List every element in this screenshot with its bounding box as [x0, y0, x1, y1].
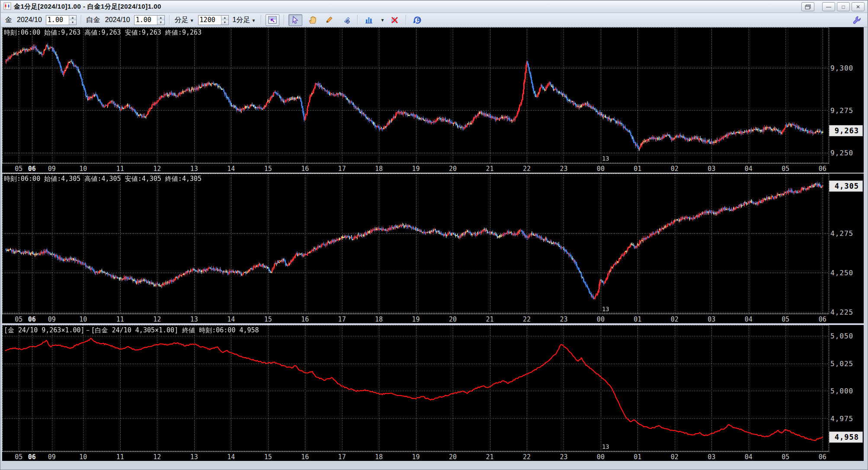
x-axis-label: 12: [150, 453, 164, 461]
x-axis-label: 21: [483, 165, 497, 173]
x-axis-label: 19: [409, 165, 423, 173]
maximize-button[interactable]: □: [837, 2, 850, 11]
y-axis-label: 5,000: [830, 387, 853, 395]
x-axis-label: 06: [25, 165, 39, 173]
x-axis-label: 23: [556, 165, 571, 173]
toolbar-separator: [261, 15, 261, 25]
x-axis-label: 15: [261, 453, 275, 461]
x-axis-label: 05: [778, 453, 793, 461]
x-axis-label: 20: [445, 453, 460, 461]
x-axis-label: 02: [667, 453, 682, 461]
toolbar-separator: [357, 15, 358, 25]
x-axis-label: 22: [519, 165, 534, 173]
gold-ratio-input[interactable]: [46, 16, 69, 25]
platinum-ratio-up-arrow-icon[interactable]: ▲: [157, 16, 164, 20]
bar-count-input[interactable]: [199, 16, 221, 25]
gold-current-price-box: 9,263: [829, 125, 863, 136]
settings-button[interactable]: [850, 14, 864, 26]
chevron-down-icon[interactable]: ▼: [380, 18, 384, 23]
y-axis-label: 4,275: [830, 229, 853, 238]
x-axis-label: 04: [741, 165, 756, 173]
x-axis-label: 03: [704, 453, 719, 461]
toolbar-separator: [284, 15, 284, 25]
bar-count-spinbox: ▲▼: [198, 15, 229, 25]
cursor-tool-button[interactable]: [288, 14, 302, 26]
platinum-contract-month[interactable]: 2024/10: [104, 16, 131, 24]
x-axis-label: 16: [298, 315, 312, 323]
gold-ratio-spinbox: ▲▼: [46, 15, 77, 25]
title-bar: 金1分足[2024/10]1.00 - 白金1分足[2024/10]1.00 —…: [1, 1, 867, 13]
x-axis-label: 06: [815, 315, 830, 323]
gold-time-axis: 0506091011121314151617181920212223000102…: [2, 163, 829, 173]
platinum-instrument-label: 白金: [86, 16, 101, 25]
reload-button[interactable]: R: [410, 14, 424, 26]
toolbar: 金 2024/10 ▲▼ 白金 2024/10 ▲▼ 分足▼ ▲▼ 1分足▼: [1, 13, 867, 27]
gold-contract-month[interactable]: 2024/10: [16, 16, 43, 24]
chart-panel-icon: [268, 16, 277, 24]
x-axis-label: 21: [483, 315, 497, 323]
pan-tool-button[interactable]: [305, 14, 319, 26]
x-axis-label: 21: [483, 453, 497, 461]
x-axis-label: 04: [741, 315, 756, 323]
x-axis-label: 05: [778, 165, 793, 173]
platinum-ratio-down-arrow-icon[interactable]: ▼: [157, 20, 164, 25]
spread-chart-canvas[interactable]: [2, 325, 829, 451]
x-axis-label: 19: [409, 453, 423, 461]
toolbar-separator: [169, 15, 170, 25]
cascade-window-button[interactable]: [801, 2, 814, 11]
bar-type-dropdown[interactable]: 分足▼: [174, 16, 195, 25]
minimize-button[interactable]: —: [822, 2, 835, 11]
chart-info-panel-toggle-button[interactable]: [266, 14, 279, 26]
remove-indicator-button[interactable]: [388, 14, 401, 26]
spread-price-axis: 4,958 5,0505,0255,0004,975: [829, 325, 864, 461]
svg-text:R: R: [417, 17, 420, 23]
x-axis-label: 06: [815, 453, 830, 461]
x-axis-label: 14: [224, 453, 238, 461]
x-axis-label: 10: [76, 165, 90, 173]
pencil-icon: [325, 16, 333, 24]
x-axis-label: 15: [261, 165, 275, 173]
platinum-ratio-input[interactable]: [135, 16, 157, 25]
x-axis-label: 06: [25, 453, 39, 461]
y-axis-label: 9,275: [830, 106, 853, 115]
x-axis-label: 09: [45, 165, 59, 173]
platinum-chart-panel: 時刻:06:00 始値:4,305 高値:4,305 安値:4,305 終値:4…: [2, 174, 864, 323]
interval-dropdown[interactable]: 1分足▼: [232, 16, 257, 25]
gold-chart-canvas[interactable]: [2, 27, 829, 163]
gold-ratio-up-arrow-icon[interactable]: ▲: [69, 16, 76, 20]
bar-chart-icon: [365, 16, 373, 24]
app-candlestick-icon: [3, 2, 11, 12]
x-axis-label: 19: [409, 315, 423, 323]
spread-current-price-box: 4,958: [829, 431, 863, 443]
bar-count-down-arrow-icon[interactable]: ▼: [221, 20, 228, 25]
chart-type-button[interactable]: [362, 14, 376, 26]
bar-count-up-arrow-icon[interactable]: ▲: [221, 16, 228, 20]
draw-line-tool-button[interactable]: [322, 14, 336, 26]
x-axis-label: 01: [630, 165, 645, 173]
y-axis-label: 5,025: [830, 360, 853, 368]
x-axis-label: 10: [76, 315, 90, 323]
spread-time-axis: 0506091011121314151617181920212223000102…: [2, 451, 829, 461]
y-axis-label: 4,975: [830, 415, 853, 423]
x-axis-label: 00: [593, 165, 608, 173]
pen-crosshair-icon: [342, 16, 351, 24]
x-axis-label: 05: [778, 315, 793, 323]
platinum-chart-canvas[interactable]: [2, 174, 829, 314]
x-axis-label: 03: [704, 315, 719, 323]
window-bottom-edge: [1, 464, 867, 469]
x-axis-label: 05: [11, 315, 26, 323]
window-title: 金1分足[2024/10]1.00 - 白金1分足[2024/10]1.00: [14, 3, 161, 11]
x-axis-label: 16: [298, 165, 312, 173]
marker-tool-button[interactable]: [339, 14, 353, 26]
x-axis-label: 17: [335, 453, 349, 461]
x-axis-label: 13: [187, 453, 202, 461]
x-axis-label: 09: [45, 453, 59, 461]
close-button[interactable]: ✕: [852, 2, 865, 11]
x-axis-label: 17: [335, 315, 349, 323]
gold-ratio-down-arrow-icon[interactable]: ▼: [69, 20, 76, 25]
x-axis-label: 23: [556, 315, 571, 323]
x-axis-label: 14: [224, 165, 238, 173]
x-axis-label: 04: [741, 453, 756, 461]
spread-chart-panel: [金 24/10 9,263×1.00]－[白金 24/10 4,305×1.0…: [2, 325, 864, 461]
gold-price-axis: 9,263 9,3009,2759,250: [829, 27, 864, 173]
